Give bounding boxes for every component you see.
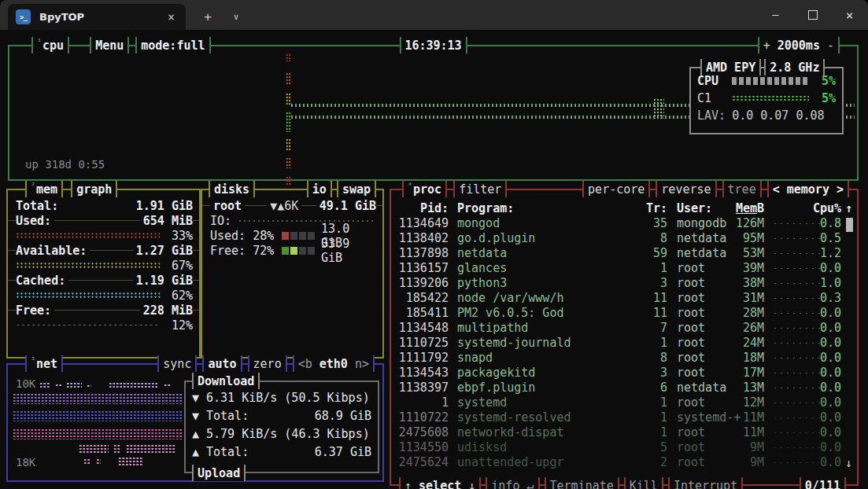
pid-cell: 1134548 [396, 321, 449, 335]
disks-box: disks io swap root ▼▲6K 49.1 GiB IO: Use… [201, 189, 384, 358]
sort-selector[interactable]: < memory > [767, 181, 849, 197]
reverse-toggle[interactable]: reverse [656, 181, 716, 197]
tab-graph[interactable]: graph [71, 181, 117, 197]
header-program[interactable]: Program: [457, 201, 630, 215]
tab-title: BpyTOP [39, 11, 164, 23]
tab-net[interactable]: ³net [25, 355, 63, 372]
scroll-up-indicator[interactable]: ↑ [845, 201, 852, 215]
pid-cell: 1110722 [396, 410, 449, 425]
process-row[interactable]: 1138402 go.d.plugin 8 netdata 95M 0.5 [396, 231, 838, 246]
program-cell: glances [457, 261, 630, 275]
header-pid[interactable]: Pid: [396, 201, 449, 215]
process-row[interactable]: 1139206 python3 3 root 38M 1.0 [396, 276, 838, 291]
maximize-icon[interactable] [794, 0, 831, 30]
pid-cell: 2475608 [396, 425, 449, 439]
mem-cell: 31M [726, 291, 764, 305]
process-row[interactable]: 2475608 networkd-dispat 1 root 11M 0.0 [396, 425, 838, 440]
cpu-cell: 0.0 [811, 306, 841, 320]
info-button[interactable]: info ↵ [486, 477, 539, 489]
interval-minus-button[interactable]: - [827, 39, 834, 53]
process-row[interactable]: 1134543 packagekitd 3 root 17M 0.0 [396, 366, 838, 381]
process-row[interactable]: 2475624 unattended-upgr 2 root 9M 0.0 [396, 455, 838, 470]
tree-toggle[interactable]: tree [722, 181, 762, 197]
tab-proc[interactable]: ⁴proc [402, 181, 447, 197]
tab-auto[interactable]: auto [202, 355, 242, 372]
pid-cell: 1136157 [396, 261, 449, 275]
tab-io[interactable]: io [307, 181, 332, 197]
disk-device-row[interactable]: root ▼▲6K 49.1 GiB [210, 198, 376, 213]
interface-switcher[interactable]: <b eth0 n> [293, 355, 375, 372]
pid-cell: 1134550 [396, 440, 449, 454]
close-icon[interactable]: × [831, 0, 868, 30]
process-row[interactable]: 1137898 netdata 59 netdata 53M 1.2 [396, 246, 838, 261]
kill-button[interactable]: Kill [624, 477, 663, 489]
menu-button[interactable]: Menu [90, 37, 129, 53]
per-core-toggle[interactable]: per-core [582, 181, 650, 197]
mem-cell: 9M [726, 455, 764, 469]
mem-meter [16, 262, 160, 269]
process-row[interactable]: 1134548 multipathd 7 root 26M 0.0 [396, 321, 838, 336]
process-row[interactable]: 1136157 glances 1 root 39M 0.0 [396, 261, 838, 276]
process-row[interactable]: 185411 PM2 v6.0.5: God 11 root 28M 0.0 [396, 306, 838, 321]
prev-interface-button[interactable]: <b [298, 357, 312, 371]
interrupt-button[interactable]: Interrupt [668, 477, 743, 489]
minimize-icon[interactable]: ─ [757, 0, 794, 30]
threads-cell: 11 [632, 291, 667, 305]
threads-cell: 1 [632, 425, 667, 439]
process-row[interactable]: 1 systemd 1 root 12M 0.0 [396, 395, 838, 410]
tab-mem[interactable]: ²mem [25, 181, 63, 197]
tab-cpu[interactable]: ¹cpu [31, 37, 69, 53]
header-mem[interactable]: MemB [726, 201, 764, 215]
process-row[interactable]: 1110725 systemd-journald 1 root 24M 0.0 [396, 336, 838, 351]
mem-row: Free: 228 MiB 12% [16, 303, 193, 333]
terminal-content: ¹cpu Menu mode:full 16:39:13 + 2000ms - [0, 30, 868, 489]
pid-cell: 1137898 [396, 246, 449, 260]
process-row[interactable]: 1134550 udisksd 5 root 9M 0.0 [396, 440, 838, 455]
mem-cell: 38M [726, 276, 764, 290]
filter-button[interactable]: filter [453, 181, 507, 197]
scroll-down-indicator[interactable]: ↓ [845, 456, 852, 470]
process-row[interactable]: 1134649 mongod 35 mongodb 126M 0.8 [396, 216, 838, 231]
mem-cell: 17M [726, 366, 764, 380]
tab-swap[interactable]: swap [337, 181, 376, 197]
process-row[interactable]: 1110722 systemd-resolved 1 systemd-+ 11M… [396, 410, 838, 425]
disk-free-meter [282, 247, 315, 255]
select-control[interactable]: ↑ select ↓ [399, 477, 481, 489]
mem-cell: 11M [726, 425, 764, 439]
program-cell: netdata [457, 246, 630, 260]
next-interface-button[interactable]: n> [355, 357, 369, 371]
threads-cell: 1 [632, 336, 667, 350]
header-threads[interactable]: Tr: [632, 201, 667, 215]
tab-dropdown-icon[interactable]: ∨ [225, 6, 247, 27]
terminate-button[interactable]: Terminate [545, 477, 619, 489]
tab-sync[interactable]: sync [157, 355, 197, 372]
mem-cell: 95M [726, 231, 764, 245]
threads-cell: 8 [632, 351, 667, 365]
cpu-cell: 1.2 [811, 246, 841, 260]
process-row[interactable]: 1138397 ebpf.plugin 6 netdata 13M 0.0 [396, 381, 838, 395]
terminal-tab[interactable]: >_ BpyTOP × [8, 4, 186, 30]
cpu-cell: 0.0 [811, 336, 841, 350]
process-row[interactable]: 185422 node /var/www/h 11 root 31M 0.3 [396, 291, 838, 306]
pid-cell: 1138402 [396, 231, 449, 245]
threads-cell: 8 [632, 231, 667, 245]
mode-indicator[interactable]: mode:full [135, 37, 210, 53]
new-tab-button[interactable]: + [197, 6, 219, 27]
tab-disks[interactable]: disks [209, 181, 255, 197]
scrollbar-thumb[interactable] [846, 218, 853, 232]
process-row[interactable]: 1111792 snapd 8 root 18M 0.0 [396, 351, 838, 366]
cpu-cell: 0.0 [811, 351, 841, 365]
cpu-total-meter-row: CPU 5% [697, 74, 836, 88]
tab-close-icon[interactable]: × [164, 10, 178, 24]
tab-zero[interactable]: zero [248, 355, 287, 372]
program-cell: networkd-dispat [457, 425, 630, 439]
header-cpu[interactable]: Cpu% [811, 201, 841, 215]
interval-plus-button[interactable]: + [763, 39, 770, 53]
proc-table-header: Pid: Program: Tr: User: MemB Cpu% [396, 201, 838, 216]
mem-meter [16, 323, 160, 327]
download-title: Download [192, 373, 260, 389]
net-box: ³net sync auto zero <b eth0 n> 10K 18K [6, 363, 384, 482]
interval-control[interactable]: + 2000ms - [758, 37, 840, 53]
program-cell: systemd [457, 395, 630, 410]
threads-cell: 1 [632, 395, 667, 410]
